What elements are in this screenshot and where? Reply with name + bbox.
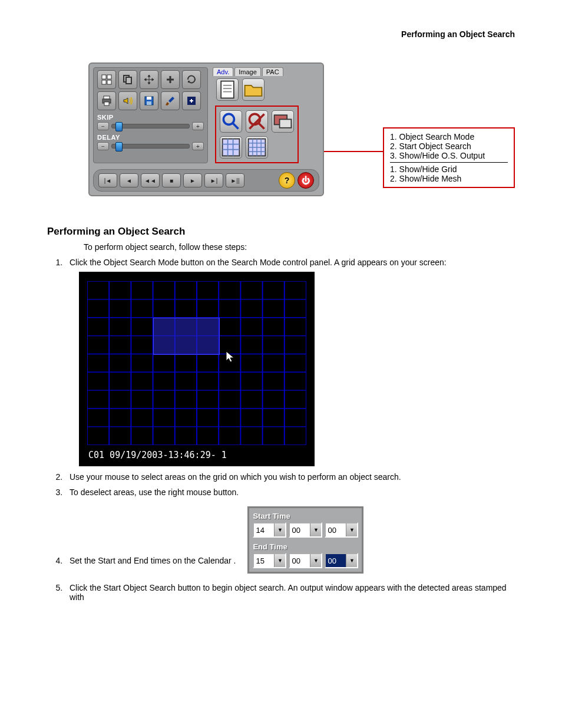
tab-bar: Adv. Image PAC [211,67,319,76]
tab-pac[interactable]: PAC [262,67,283,76]
chevron-down-icon[interactable]: ▼ [310,523,321,536]
end-min-select[interactable]: 00▼ [289,553,322,568]
tab-image[interactable]: Image [234,67,261,76]
svg-rect-1 [107,75,111,79]
step-text: To deselect areas, use the right mouse b… [70,487,239,497]
svg-rect-8 [104,102,109,106]
step-item: Click the Object Search Mode button on t… [65,258,515,466]
export-icon[interactable] [182,91,201,110]
page-header-title: Performing an Object Search [47,29,515,39]
grid-timestamp: C01 09/19/2003-13:46:29- 1 [88,450,227,460]
show-hide-grid-button[interactable] [220,136,242,159]
end-hour-select[interactable]: 15▼ [253,553,286,568]
plus-icon[interactable]: + [192,142,204,150]
svg-rect-24 [223,139,240,156]
callout-line: 2. Start Object Search [390,141,508,151]
save-icon[interactable] [140,91,158,110]
tab-adv[interactable]: Adv. [213,67,233,76]
step-item: Set the Start and End times on the Calen… [65,503,515,577]
show-hide-mesh-button[interactable] [246,136,268,159]
svg-line-18 [233,124,239,129]
chevron-down-icon[interactable]: ▼ [274,523,285,536]
object-search-mode-button[interactable] [220,110,242,133]
start-object-search-button[interactable] [246,110,268,133]
print-icon[interactable] [97,91,116,110]
svg-rect-10 [147,97,151,100]
copy-icon[interactable] [118,70,137,89]
end-sec-select[interactable]: 00▼ [325,553,358,568]
step-item: Use your mouse to select areas on the gr… [65,472,515,482]
minus-icon[interactable]: − [97,142,109,150]
start-sec-select[interactable]: 00▼ [325,522,358,538]
section-heading: Performing an Object Search [47,226,515,238]
start-min-select[interactable]: 00▼ [289,522,322,538]
end-time-label: End Time [253,542,358,551]
first-icon[interactable]: |◄ [98,173,117,187]
help-icon[interactable]: ? [279,172,295,189]
svg-rect-5 [126,77,131,84]
svg-rect-6 [104,96,110,99]
grid-screenshot: C01 09/19/2003-13:46:29- 1 [79,272,315,466]
svg-rect-13 [221,81,234,98]
steps-list: Click the Object Search Mode button on t… [65,258,515,602]
svg-line-20 [259,124,265,129]
callout-line: 1. Show/Hide Grid [390,164,508,174]
svg-rect-11 [147,101,151,105]
document-icon[interactable] [216,78,239,101]
chevron-down-icon[interactable]: ▼ [346,523,357,536]
panel-left-group: SKIP − + DELAY − + [93,67,208,163]
skip-slider[interactable]: − + [97,122,204,130]
callout-box: 1. Object Search Mode 2. Start Object Se… [383,127,515,188]
play-icon[interactable]: ► [183,173,202,187]
section-intro: To perform object search, follow these s… [84,242,515,252]
chevron-down-icon[interactable]: ▼ [274,554,285,567]
folder-icon[interactable] [242,78,265,101]
brush-icon[interactable] [161,91,180,110]
minus-icon[interactable]: − [97,122,109,130]
step-text: Use your mouse to select areas on the gr… [70,472,401,482]
time-panel: Start Time 14▼ 00▼ 00▼ End Time 15▼ 00▼ … [247,506,363,574]
next-icon[interactable]: ►| [204,173,223,187]
last-icon[interactable]: ►|| [226,173,244,187]
step-item: Click the Start Object Search button to … [65,583,515,602]
step-text: Click the Start Object Search button to … [70,583,507,602]
delay-label: DELAY [97,134,204,141]
chevron-down-icon[interactable]: ▼ [310,554,321,567]
start-hour-select[interactable]: 14▼ [253,522,286,538]
add-icon[interactable] [161,70,180,89]
step-text: Set the Start and End times on the Calen… [70,556,236,565]
move-icon[interactable] [140,70,158,89]
svg-rect-2 [102,80,106,84]
stop-icon[interactable]: ■ [162,173,181,187]
sound-icon[interactable] [118,91,137,110]
callout-line: 1. Object Search Mode [390,132,508,141]
search-mode-group [215,106,299,163]
refresh-icon[interactable] [182,70,201,89]
delay-slider[interactable]: − + [97,142,204,150]
svg-rect-3 [107,80,111,84]
panel-right-group: Adv. Image PAC [211,67,319,163]
views-icon[interactable] [97,70,116,89]
prev-icon[interactable]: ◄ [120,173,138,187]
cursor-icon [225,350,236,366]
rewind-icon[interactable]: ◄◄ [141,173,160,187]
svg-point-17 [223,114,234,124]
show-hide-os-output-button[interactable] [272,110,294,133]
plus-icon[interactable]: + [192,122,204,130]
step-item: To deselect areas, use the right mouse b… [65,487,515,497]
svg-rect-23 [280,119,292,127]
control-panel-figure: SKIP − + DELAY − + Adv. [88,62,515,196]
power-icon[interactable]: ⏻ [297,172,314,189]
callout-connector [324,151,383,152]
skip-label: SKIP [97,114,204,121]
step-text: Click the Object Search Mode button on t… [70,258,447,267]
start-time-label: Start Time [253,512,358,521]
callout-line: 2. Show/Hide Mesh [390,174,508,183]
callout-line: 3. Show/Hide O.S. Output [390,151,508,160]
chevron-down-icon[interactable]: ▼ [346,554,357,567]
playback-bar: |◄ ◄ ◄◄ ■ ► ►| ►|| ? ⏻ [93,169,319,192]
control-panel: SKIP − + DELAY − + Adv. [88,62,324,196]
svg-rect-0 [102,75,106,79]
